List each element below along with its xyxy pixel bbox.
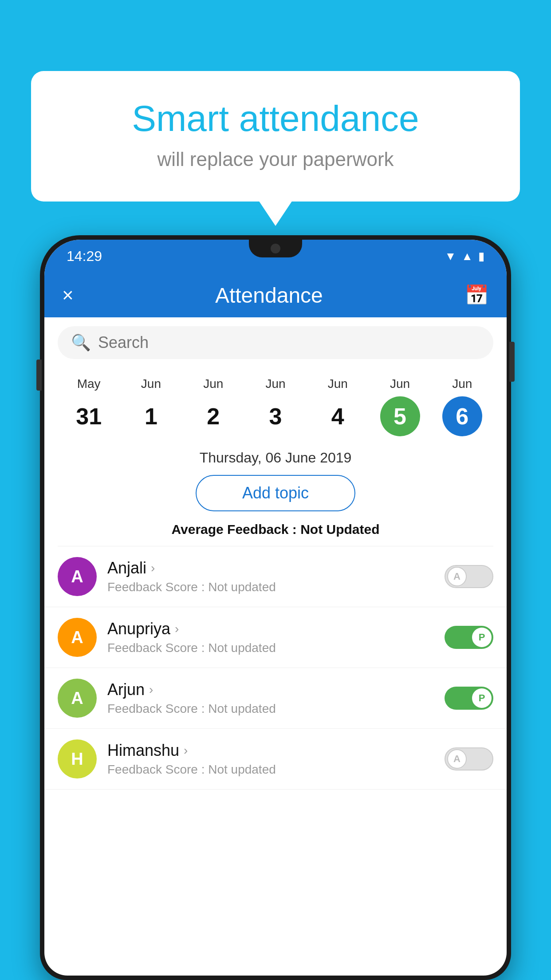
feedback-score: Feedback Score : Not updated xyxy=(107,702,434,716)
date-selector: May31Jun1Jun2Jun3Jun4Jun5Jun6 xyxy=(44,368,507,445)
student-name[interactable]: Anupriya › xyxy=(107,620,434,638)
speech-bubble-title: Smart attendance xyxy=(67,98,484,139)
date-number[interactable]: 2 xyxy=(193,396,233,436)
date-item[interactable]: Jun6 xyxy=(442,377,482,436)
date-month-label: Jun xyxy=(452,377,472,391)
wifi-icon: ▼ xyxy=(445,249,457,263)
app-bar-title: Attendance xyxy=(215,283,323,308)
student-info: Arjun ›Feedback Score : Not updated xyxy=(107,680,434,716)
date-item[interactable]: Jun5 xyxy=(380,377,420,436)
avatar: A xyxy=(58,618,97,657)
student-info: Anjali ›Feedback Score : Not updated xyxy=(107,559,434,594)
volume-button xyxy=(36,360,42,391)
student-name[interactable]: Arjun › xyxy=(107,680,434,699)
date-month-label: Jun xyxy=(390,377,410,391)
chevron-right-icon: › xyxy=(149,683,153,697)
calendar-icon[interactable]: 📅 xyxy=(464,284,489,307)
search-bar[interactable]: 🔍 xyxy=(58,326,493,359)
selected-date: Thursday, 06 June 2019 xyxy=(44,445,507,475)
close-icon[interactable]: × xyxy=(62,284,74,306)
avatar: H xyxy=(58,739,97,778)
date-item[interactable]: Jun1 xyxy=(131,377,171,436)
power-button xyxy=(509,342,515,382)
avatar: A xyxy=(58,679,97,718)
date-item[interactable]: May31 xyxy=(69,377,109,436)
avatar: A xyxy=(58,557,97,596)
toggle-thumb: P xyxy=(472,688,492,708)
speech-bubble-subtitle: will replace your paperwork xyxy=(67,148,484,170)
battery-icon: ▮ xyxy=(478,249,484,263)
date-number[interactable]: 6 xyxy=(442,396,482,436)
date-number[interactable]: 4 xyxy=(318,396,358,436)
attendance-toggle[interactable]: P xyxy=(445,626,493,649)
avg-feedback-value: Not Updated xyxy=(300,522,379,537)
feedback-score: Feedback Score : Not updated xyxy=(107,641,434,655)
toggle-thumb: A xyxy=(447,749,467,769)
student-info: Anupriya ›Feedback Score : Not updated xyxy=(107,620,434,655)
student-name[interactable]: Anjali › xyxy=(107,559,434,577)
date-number[interactable]: 31 xyxy=(69,396,109,436)
date-number[interactable]: 5 xyxy=(380,396,420,436)
signal-icon: ▲ xyxy=(461,249,473,263)
camera xyxy=(271,244,280,253)
date-item[interactable]: Jun2 xyxy=(193,377,233,436)
date-item[interactable]: Jun4 xyxy=(318,377,358,436)
search-input[interactable] xyxy=(98,333,480,352)
attendance-toggle[interactable]: A xyxy=(445,565,493,588)
chevron-right-icon: › xyxy=(175,622,179,636)
status-icons: ▼ ▲ ▮ xyxy=(445,249,484,263)
clock: 14:29 xyxy=(67,248,102,265)
student-info: Himanshu ›Feedback Score : Not updated xyxy=(107,741,434,777)
date-number[interactable]: 1 xyxy=(131,396,171,436)
status-bar: 14:29 ▼ ▲ ▮ xyxy=(44,240,507,273)
student-item: HHimanshu ›Feedback Score : Not updatedA xyxy=(44,729,507,790)
student-name[interactable]: Himanshu › xyxy=(107,741,434,760)
attendance-toggle[interactable]: P xyxy=(445,687,493,710)
date-month-label: Jun xyxy=(328,377,348,391)
chevron-right-icon: › xyxy=(151,561,155,575)
toggle-thumb: P xyxy=(472,628,492,647)
date-month-label: May xyxy=(77,377,101,391)
date-item[interactable]: Jun3 xyxy=(256,377,295,436)
feedback-score: Feedback Score : Not updated xyxy=(107,580,434,594)
speech-bubble: Smart attendance will replace your paper… xyxy=(31,71,520,202)
student-item: AAnjali ›Feedback Score : Not updatedA xyxy=(44,546,507,607)
student-item: AAnupriya ›Feedback Score : Not updatedP xyxy=(44,607,507,668)
student-item: AArjun ›Feedback Score : Not updatedP xyxy=(44,668,507,729)
student-list: AAnjali ›Feedback Score : Not updatedAAA… xyxy=(44,546,507,790)
attendance-toggle[interactable]: A xyxy=(445,747,493,771)
phone-screen: 14:29 ▼ ▲ ▮ × Attendance 📅 🔍 May31Jun1Ju… xyxy=(44,240,507,976)
avg-feedback-label: Average Feedback : xyxy=(171,522,300,537)
feedback-score: Feedback Score : Not updated xyxy=(107,763,434,777)
speech-bubble-container: Smart attendance will replace your paper… xyxy=(31,71,520,202)
chevron-right-icon: › xyxy=(184,743,188,758)
notch xyxy=(249,240,302,257)
date-month-label: Jun xyxy=(203,377,223,391)
toggle-thumb: A xyxy=(447,567,467,586)
average-feedback: Average Feedback : Not Updated xyxy=(44,522,507,546)
phone-frame: 14:29 ▼ ▲ ▮ × Attendance 📅 🔍 May31Jun1Ju… xyxy=(40,235,511,980)
add-topic-button[interactable]: Add topic xyxy=(196,475,355,511)
date-number[interactable]: 3 xyxy=(256,396,295,436)
search-icon: 🔍 xyxy=(71,333,91,352)
date-month-label: Jun xyxy=(265,377,285,391)
date-month-label: Jun xyxy=(141,377,161,391)
app-bar: × Attendance 📅 xyxy=(44,273,507,317)
